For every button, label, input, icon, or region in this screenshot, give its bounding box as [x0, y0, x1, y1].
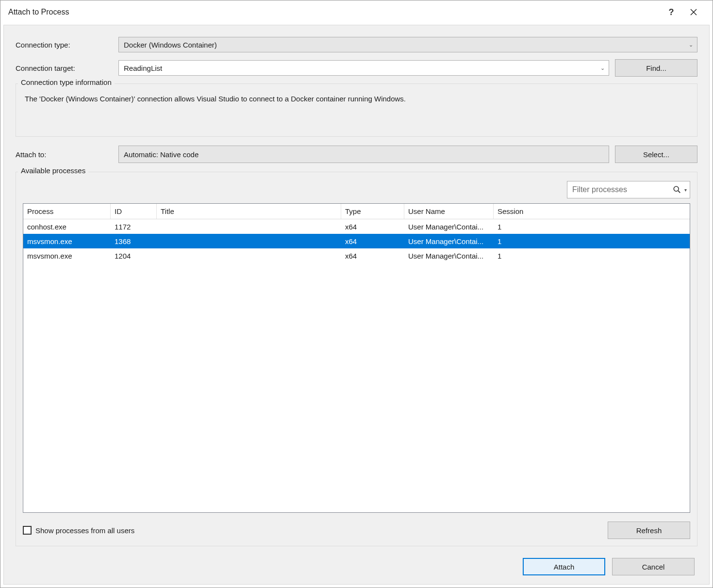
- processes-bottom-row: Show processes from all users Refresh: [23, 522, 690, 539]
- cell-session: 1: [494, 223, 542, 231]
- cell-user: User Manager\Contai...: [404, 223, 494, 231]
- col-type[interactable]: Type: [341, 204, 404, 219]
- connection-type-row: Connection type: Docker (Windows Contain…: [16, 37, 697, 52]
- find-button[interactable]: Find...: [615, 59, 697, 77]
- show-all-users-label: Show processes from all users: [35, 526, 134, 535]
- svg-point-2: [674, 186, 679, 191]
- close-icon: [690, 9, 697, 16]
- process-table-body: conhost.exe1172x64User Manager\Contai...…: [23, 219, 690, 512]
- process-row[interactable]: msvsmon.exe1204x64User Manager\Contai...…: [23, 248, 690, 263]
- process-row[interactable]: conhost.exe1172x64User Manager\Contai...…: [23, 219, 690, 234]
- process-table: Process ID Title Type User Name Session …: [23, 203, 690, 513]
- connection-target-label: Connection target:: [16, 64, 113, 72]
- help-button[interactable]: ?: [660, 0, 682, 24]
- attach-to-row: Attach to: Automatic: Native code Select…: [16, 146, 697, 163]
- chevron-down-icon: ⌄: [689, 42, 693, 48]
- cell-type: x64: [341, 237, 404, 245]
- cell-id: 1204: [111, 252, 157, 260]
- cell-user: User Manager\Contai...: [404, 237, 494, 245]
- connection-type-combo[interactable]: Docker (Windows Container) ⌄: [118, 37, 697, 52]
- cell-session: 1: [494, 252, 542, 260]
- cell-process: msvsmon.exe: [23, 237, 111, 245]
- attach-to-field: Automatic: Native code: [118, 146, 609, 163]
- cell-id: 1368: [111, 237, 157, 245]
- cell-type: x64: [341, 223, 404, 231]
- show-all-users-checkbox[interactable]: Show processes from all users: [23, 526, 134, 535]
- connection-type-value: Docker (Windows Container): [124, 41, 217, 49]
- cell-id: 1172: [111, 223, 157, 231]
- available-processes-legend: Available processes: [18, 166, 88, 175]
- attach-to-process-dialog: Attach to Process ? Connection type: Doc…: [0, 0, 713, 588]
- col-session[interactable]: Session: [494, 204, 542, 219]
- attach-button[interactable]: Attach: [523, 558, 605, 575]
- dialog-body: Connection type: Docker (Windows Contain…: [3, 25, 710, 585]
- col-user[interactable]: User Name: [404, 204, 494, 219]
- cell-type: x64: [341, 252, 404, 260]
- connection-target-value: ReadingList: [124, 64, 162, 72]
- cell-process: msvsmon.exe: [23, 252, 111, 260]
- connection-type-label: Connection type:: [16, 41, 113, 49]
- cancel-button[interactable]: Cancel: [612, 558, 695, 575]
- svg-line-3: [678, 191, 680, 193]
- process-row[interactable]: msvsmon.exe1368x64User Manager\Contai...…: [23, 234, 690, 248]
- filter-dropdown-icon[interactable]: ▾: [684, 187, 687, 193]
- connection-info-text: The 'Docker (Windows Container)' connect…: [24, 95, 689, 103]
- col-id[interactable]: ID: [111, 204, 157, 219]
- cell-process: conhost.exe: [23, 223, 111, 231]
- filter-processes-input[interactable]: Filter processes ▾: [567, 181, 690, 198]
- col-process[interactable]: Process: [23, 204, 111, 219]
- connection-info-legend: Connection type information: [18, 78, 115, 86]
- filter-row: Filter processes ▾: [23, 181, 690, 198]
- filter-placeholder: Filter processes: [572, 185, 672, 194]
- refresh-button[interactable]: Refresh: [608, 522, 690, 539]
- connection-target-combo[interactable]: ReadingList ⌄: [118, 60, 609, 76]
- search-icon: [672, 184, 682, 195]
- window-title: Attach to Process: [8, 8, 660, 16]
- connection-info-group: Connection type information The 'Docker …: [16, 83, 697, 137]
- checkbox-box-icon: [23, 526, 32, 535]
- close-button[interactable]: [682, 0, 705, 24]
- process-table-header: Process ID Title Type User Name Session: [23, 204, 690, 219]
- cell-session: 1: [494, 237, 542, 245]
- available-processes-group: Available processes Filter processes ▾ P…: [16, 172, 697, 546]
- select-button[interactable]: Select...: [615, 146, 697, 163]
- titlebar: Attach to Process ?: [0, 0, 713, 24]
- chevron-down-icon: ⌄: [600, 65, 605, 71]
- attach-to-value: Automatic: Native code: [124, 150, 199, 159]
- col-title[interactable]: Title: [157, 204, 341, 219]
- connection-target-row: Connection target: ReadingList ⌄ Find...: [16, 59, 697, 77]
- cell-user: User Manager\Contai...: [404, 252, 494, 260]
- attach-to-label: Attach to:: [16, 150, 113, 159]
- dialog-footer: Attach Cancel: [16, 558, 697, 575]
